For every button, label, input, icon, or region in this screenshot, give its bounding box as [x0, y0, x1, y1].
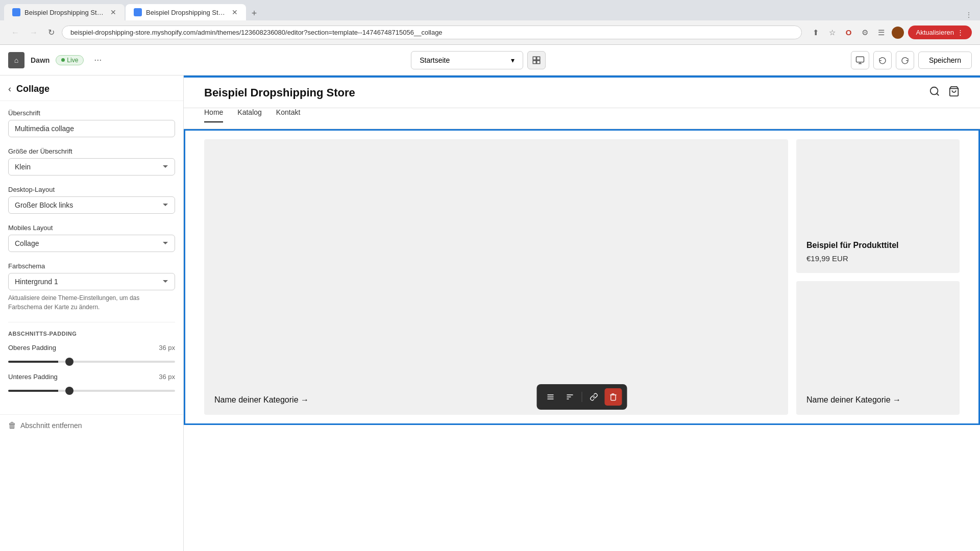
tab-bar-right: ⋮: [962, 9, 976, 20]
preview-area: Beispiel Dropshipping Store: [184, 76, 980, 551]
left-category-link[interactable]: Name deiner Kategorie →: [214, 395, 778, 405]
sidebar-content: Überschrift Größe der Überschrift Klein …: [0, 101, 183, 410]
toolbar-sort-button[interactable]: [561, 388, 579, 406]
collage-section[interactable]: Name deiner Kategorie → Beispiel für Pro…: [184, 129, 980, 425]
tab-2[interactable]: Beispiel Dropshipping Store ·... ✕: [126, 4, 246, 20]
sidebar-back-button[interactable]: ‹: [8, 84, 11, 94]
mobile-layout-label: Mobiles Layout: [8, 224, 175, 232]
svg-point-7: [930, 87, 938, 95]
refresh-button[interactable]: ↻: [45, 26, 58, 39]
new-tab-button[interactable]: +: [247, 6, 261, 20]
floating-toolbar: [537, 384, 627, 410]
save-button[interactable]: Speichern: [918, 52, 972, 69]
svg-rect-4: [856, 57, 864, 62]
move-icon: [547, 393, 555, 401]
search-icon[interactable]: [929, 86, 940, 99]
desktop-view-button[interactable]: [851, 51, 869, 69]
delete-section-label: Abschnitt entfernen: [20, 421, 82, 430]
extension-icon[interactable]: ⚙: [859, 27, 871, 39]
product-title: Beispiel für Produkttitel: [806, 241, 949, 250]
tab-close-1[interactable]: ✕: [110, 8, 116, 16]
cart-icon[interactable]: [948, 86, 960, 99]
collage-right-top-block[interactable]: Beispiel für Produkttitel €19,99 EUR: [796, 139, 960, 273]
toolbar-move-button[interactable]: [542, 388, 559, 406]
page-dropdown[interactable]: Startseite ▾: [411, 51, 523, 69]
back-button[interactable]: ←: [8, 26, 22, 39]
heading-field-group: Überschrift: [8, 109, 175, 137]
toolbar-link-button[interactable]: [585, 388, 603, 406]
svg-rect-2: [533, 60, 536, 63]
toolbar-delete-button[interactable]: [605, 388, 622, 406]
redo-button[interactable]: [896, 51, 914, 69]
more-options-button[interactable]: ···: [90, 53, 106, 67]
bookmark-icon[interactable]: ☆: [826, 27, 839, 39]
update-button[interactable]: Aktualisieren ⋮: [908, 26, 972, 39]
top-padding-row: Oberes Padding 36 px: [8, 344, 175, 352]
collage-left-block[interactable]: Name deiner Kategorie →: [204, 139, 788, 415]
tab-close-2[interactable]: ✕: [232, 8, 238, 16]
product-price: €19,99 EUR: [806, 254, 949, 263]
delete-section-button[interactable]: 🗑 Abschnitt entfernen: [0, 414, 183, 436]
desktop-layout-select[interactable]: Großer Block links Großer Block rechts: [8, 196, 175, 214]
section-padding-label: ABSCHNITTS-PADDING: [8, 331, 175, 337]
app-header: ⌂ Dawn Live ··· Startseite ▾: [0, 45, 980, 76]
collage-grid: Name deiner Kategorie → Beispiel für Pro…: [204, 139, 960, 415]
heading-size-field-group: Größe der Überschrift Klein Mittel Groß: [8, 147, 175, 176]
theme-name: Dawn: [31, 56, 50, 64]
delete-icon: [609, 393, 618, 401]
heading-size-label: Größe der Überschrift: [8, 147, 175, 155]
section-divider: [8, 322, 175, 322]
tab-favicon-2: [134, 8, 142, 16]
menu-icon[interactable]: ☰: [875, 27, 888, 39]
dropdown-arrow: ▾: [511, 56, 514, 64]
preview-inner: Beispiel Dropshipping Store: [184, 76, 980, 551]
nav-katalog[interactable]: Katalog: [237, 108, 261, 122]
store-nav: Home Katalog Kontakt: [184, 108, 980, 129]
opera-icon[interactable]: O: [843, 27, 855, 39]
store-logo: Beispiel Dropshipping Store: [204, 86, 355, 99]
main: ‹ Collage Überschrift Größe der Überschr…: [0, 76, 980, 551]
trash-icon: 🗑: [8, 421, 16, 430]
browser-actions: ⬆ ☆ O ⚙ ☰ Aktualisieren ⋮: [810, 26, 972, 39]
tab-label-1: Beispiel Dropshipping Store ·...: [24, 9, 106, 16]
toolbar-divider: [582, 392, 582, 402]
mobile-layout-field-group: Mobiles Layout Collage Spalte Halbiert: [8, 224, 175, 252]
update-chevron: ⋮: [957, 29, 964, 36]
sort-icon: [566, 393, 574, 401]
address-bar: ← → ↻ beispiel-dropshipping-store.myshop…: [0, 20, 980, 45]
undo-icon: [878, 56, 887, 64]
store-header: Beispiel Dropshipping Store: [184, 76, 980, 108]
tab-1[interactable]: Beispiel Dropshipping Store ·... ✕: [4, 4, 125, 20]
bottom-padding-field: Unteres Padding 36 px: [8, 373, 175, 394]
svg-line-8: [937, 93, 939, 95]
mobile-layout-select[interactable]: Collage Spalte Halbiert: [8, 235, 175, 252]
right-bottom-category-link[interactable]: Name deiner Kategorie →: [806, 395, 949, 405]
app: ⌂ Dawn Live ··· Startseite ▾: [0, 45, 980, 551]
tab-settings-icon[interactable]: ⋮: [962, 9, 976, 20]
svg-rect-0: [533, 57, 536, 60]
bottom-padding-slider[interactable]: [8, 390, 175, 392]
url-bar[interactable]: beispiel-dropshipping-store.myshopify.co…: [62, 26, 802, 39]
forward-button[interactable]: →: [27, 26, 41, 39]
customize-button[interactable]: [527, 51, 546, 69]
heading-label: Überschrift: [8, 109, 175, 117]
top-padding-slider[interactable]: [8, 361, 175, 363]
bottom-padding-label: Unteres Padding: [8, 373, 58, 381]
profile-icon[interactable]: [892, 27, 904, 39]
live-badge: Live: [56, 55, 84, 65]
selection-indicator: [184, 76, 980, 78]
heading-input[interactable]: [8, 120, 175, 137]
color-scheme-select[interactable]: Hintergrund 1 Hintergrund 2 Akzent 1: [8, 273, 175, 290]
bottom-padding-value: 36 px: [159, 373, 175, 381]
live-dot: [61, 58, 65, 62]
heading-size-select[interactable]: Klein Mittel Groß: [8, 158, 175, 176]
share-icon[interactable]: ⬆: [810, 27, 822, 39]
nav-home[interactable]: Home: [204, 108, 223, 122]
link-icon: [590, 393, 598, 401]
nav-kontakt[interactable]: Kontakt: [276, 108, 300, 122]
collage-right-bottom-block[interactable]: Name deiner Kategorie →: [796, 281, 960, 415]
desktop-layout-label: Desktop-Layout: [8, 186, 175, 193]
tab-favicon-1: [12, 8, 20, 16]
undo-button[interactable]: [873, 51, 892, 69]
customize-icon: [532, 56, 541, 65]
